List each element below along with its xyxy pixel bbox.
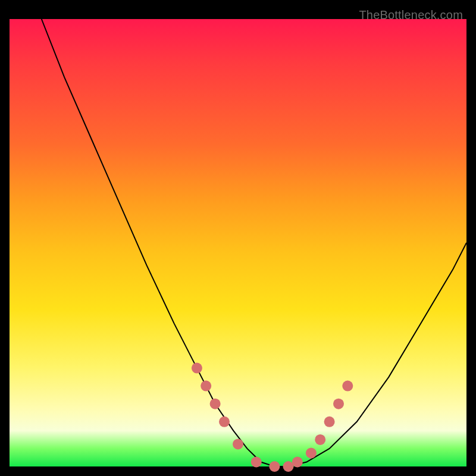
plot-area bbox=[10, 19, 466, 466]
highlight-dot bbox=[251, 457, 262, 468]
highlight-dot bbox=[192, 363, 202, 374]
highlight-dot bbox=[283, 461, 294, 472]
highlight-dot bbox=[342, 381, 353, 392]
highlight-dots bbox=[192, 363, 353, 472]
highlight-dot bbox=[210, 399, 221, 409]
highlight-dot bbox=[201, 381, 211, 392]
highlight-dot bbox=[292, 457, 303, 468]
bottleneck-curve-svg bbox=[10, 19, 466, 466]
highlight-dot bbox=[219, 416, 230, 427]
chart-frame: TheBottleneck.com bbox=[10, 10, 466, 466]
bottleneck-curve bbox=[42, 19, 466, 466]
highlight-dot bbox=[306, 447, 317, 458]
highlight-dot bbox=[324, 416, 335, 427]
highlight-dot bbox=[315, 434, 325, 445]
highlight-dot bbox=[233, 439, 243, 449]
highlight-dot bbox=[269, 461, 280, 472]
highlight-dot bbox=[333, 399, 344, 409]
